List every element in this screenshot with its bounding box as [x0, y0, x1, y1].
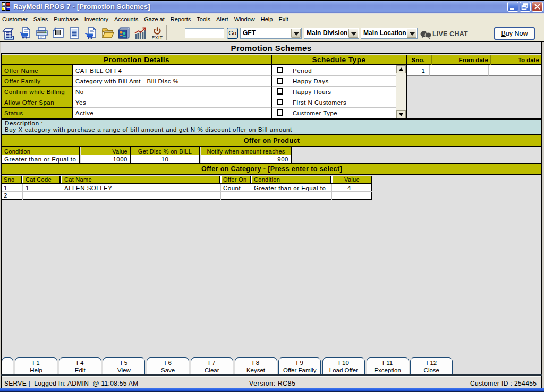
- svg-text:EXIT: EXIT: [152, 35, 163, 40]
